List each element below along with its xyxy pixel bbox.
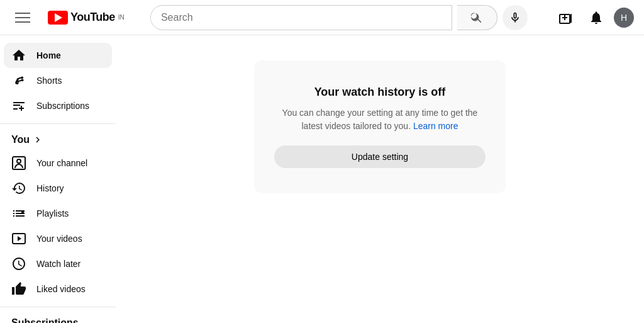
logo-text: YouTube <box>70 11 115 24</box>
you-section-title[interactable]: You <box>0 129 116 150</box>
notifications-icon <box>589 10 604 25</box>
your-videos-icon <box>11 231 26 246</box>
avatar[interactable]: H <box>614 8 634 28</box>
header-right: H <box>553 5 634 30</box>
sidebar-item-subscriptions-label: Subscriptions <box>36 101 89 111</box>
menu-button[interactable] <box>10 5 35 30</box>
sidebar-item-history[interactable]: History <box>4 176 112 201</box>
sidebar-item-history-label: History <box>36 183 64 193</box>
sidebar-item-shorts-label: Shorts <box>36 76 62 86</box>
subscriptions-icon <box>11 98 26 113</box>
sidebar-item-watch-later[interactable]: Watch later <box>4 251 112 276</box>
play-icon <box>55 13 62 22</box>
microphone-button[interactable] <box>502 5 528 30</box>
shorts-icon <box>11 73 26 88</box>
history-off-card: Your watch history is off You can change… <box>254 60 506 193</box>
header-left: YouTubeIN <box>10 5 125 30</box>
sidebar-item-playlists[interactable]: Playlists <box>4 201 112 226</box>
youtube-logo-icon <box>48 11 68 25</box>
search-input[interactable] <box>151 12 452 23</box>
create-button[interactable] <box>553 5 579 30</box>
sidebar-item-home[interactable]: Home <box>4 43 112 68</box>
microphone-icon <box>509 11 521 24</box>
account-icon <box>11 156 26 171</box>
create-icon <box>558 10 574 25</box>
sidebar-item-shorts[interactable]: Shorts <box>4 68 112 93</box>
header-center <box>125 5 553 30</box>
history-icon <box>11 181 26 196</box>
search-bar <box>150 5 452 30</box>
sidebar-item-liked-videos[interactable]: Liked videos <box>4 276 112 302</box>
subscriptions-section-title: Subscriptions <box>0 312 116 323</box>
update-setting-button[interactable]: Update setting <box>274 145 486 168</box>
learn-more-link[interactable]: Learn more <box>413 121 458 131</box>
chevron-right-icon <box>32 134 43 145</box>
card-description: You can change your setting at any time … <box>274 106 486 133</box>
logo-country: IN <box>118 14 125 21</box>
sidebar-item-your-videos[interactable]: Your videos <box>4 226 112 251</box>
svg-rect-0 <box>15 13 30 14</box>
watch-later-icon <box>11 256 26 271</box>
layout: Home Shorts Subscriptions You <box>0 35 644 323</box>
home-icon <box>11 48 26 63</box>
logo[interactable]: YouTubeIN <box>48 11 125 25</box>
sidebar: Home Shorts Subscriptions You <box>0 35 116 323</box>
sidebar-item-subscriptions[interactable]: Subscriptions <box>4 93 112 118</box>
sidebar-item-liked-videos-label: Liked videos <box>36 284 86 294</box>
sidebar-item-home-label: Home <box>36 50 61 60</box>
header: YouTubeIN H <box>0 0 644 35</box>
sidebar-item-your-channel-label: Your channel <box>36 158 87 168</box>
svg-rect-1 <box>15 17 30 18</box>
liked-videos-icon <box>11 281 26 297</box>
sidebar-item-your-channel[interactable]: Your channel <box>4 150 112 176</box>
notifications-button[interactable] <box>584 5 609 30</box>
main-content: Your watch history is off You can change… <box>116 35 644 323</box>
you-label: You <box>11 134 30 145</box>
sidebar-item-playlists-label: Playlists <box>36 208 69 218</box>
svg-point-4 <box>17 159 21 163</box>
svg-marker-7 <box>18 236 21 241</box>
search-icon <box>470 11 483 24</box>
sidebar-item-watch-later-label: Watch later <box>36 259 80 269</box>
svg-rect-2 <box>15 21 30 23</box>
playlists-icon <box>11 206 26 221</box>
sidebar-item-your-videos-label: Your videos <box>36 234 82 244</box>
card-title: Your watch history is off <box>274 86 486 99</box>
search-button[interactable] <box>457 5 497 30</box>
divider-1 <box>0 123 116 124</box>
divider-2 <box>0 307 116 307</box>
hamburger-icon <box>15 10 30 25</box>
